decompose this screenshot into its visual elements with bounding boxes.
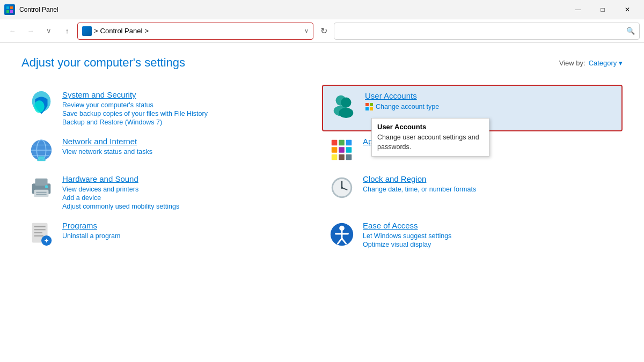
svg-rect-28 [339, 154, 345, 160]
hardware-sound-links: View devices and printers Add a device A… [62, 186, 316, 210]
forward-button[interactable]: → [23, 23, 39, 39]
svg-rect-34 [36, 194, 46, 195]
title-bar: Control Panel — □ ✕ [0, 0, 644, 19]
view-by-control: View by: Category ▾ [559, 59, 623, 67]
maximize-button[interactable]: □ [590, 0, 615, 19]
svg-rect-43 [34, 229, 46, 230]
mobility-settings-link[interactable]: Adjust commonly used mobility settings [62, 203, 316, 210]
date-time-link[interactable]: Change date, time, or number formats [363, 186, 616, 193]
clock-region-links: Change date, time, or number formats [363, 186, 616, 193]
category-clock-region: Clock and Region Change date, time, or n… [322, 169, 623, 216]
svg-rect-22 [339, 140, 345, 146]
backup-restore-link[interactable]: Backup and Restore (Windows 7) [62, 119, 316, 126]
category-hardware-sound: Hardware and Sound View devices and prin… [21, 169, 322, 216]
clock-region-icon [328, 174, 355, 201]
address-prefix: > [94, 27, 98, 35]
svg-rect-32 [34, 190, 49, 197]
ease-access-links: Let Windows suggest settings Optimize vi… [363, 232, 616, 248]
svg-point-8 [341, 98, 351, 108]
svg-rect-31 [35, 179, 47, 186]
network-internet-links: View network status and tasks [62, 148, 316, 156]
tooltip-box: User Accounts Change user account settin… [371, 118, 489, 157]
optimize-visual-link[interactable]: Optimize visual display [363, 241, 616, 248]
svg-rect-21 [332, 140, 338, 146]
search-box[interactable]: 🔍 [334, 23, 640, 40]
app-icon [4, 4, 15, 15]
address-icon [82, 26, 92, 36]
system-security-links: Review your computer's status Save backu… [62, 101, 316, 126]
categories-grid: System and Security Review your computer… [21, 85, 623, 254]
search-icon: 🔍 [626, 27, 635, 35]
system-security-title[interactable]: System and Security [62, 90, 316, 99]
user-accounts-links: Change account type [365, 102, 615, 111]
add-device-link[interactable]: Add a device [62, 194, 316, 202]
programs-content: Programs Uninstall a program [62, 221, 316, 240]
window-controls: — □ ✕ [566, 0, 640, 19]
svg-point-9 [339, 108, 353, 118]
network-internet-content: Network and Internet View network status… [62, 137, 316, 156]
svg-rect-2 [6, 10, 9, 13]
svg-rect-13 [370, 107, 373, 110]
network-internet-title[interactable]: Network and Internet [62, 137, 316, 146]
window-title: Control Panel [19, 6, 566, 13]
up-button[interactable]: ↑ [59, 23, 75, 39]
change-account-type-link[interactable]: Change account type [376, 103, 439, 110]
address-suffix: > [144, 27, 149, 35]
svg-rect-44 [34, 232, 42, 233]
system-security-icon [28, 90, 55, 117]
system-security-content: System and Security Review your computer… [62, 90, 316, 126]
view-by-value[interactable]: Category ▾ [589, 59, 623, 67]
main-content: Adjust your computer's settings View by:… [0, 43, 644, 362]
close-button[interactable]: ✕ [615, 0, 640, 19]
category-programs: + Programs Uninstall a program [21, 216, 322, 254]
address-path: Control Panel [100, 27, 143, 35]
svg-rect-24 [332, 147, 338, 153]
svg-rect-3 [10, 10, 13, 13]
address-bar: ← → ∨ ↑ > Control Panel > ∨ ↻ 🔍 [0, 19, 644, 43]
svg-rect-20 [37, 159, 45, 161]
network-status-link[interactable]: View network status and tasks [62, 148, 316, 156]
page-header: Adjust your computer's settings View by:… [21, 56, 623, 70]
ease-access-icon [328, 221, 355, 248]
uninstall-program-link[interactable]: Uninstall a program [62, 232, 316, 240]
minimize-button[interactable]: — [566, 0, 590, 19]
devices-printers-link[interactable]: View devices and printers [62, 186, 316, 193]
programs-title[interactable]: Programs [62, 221, 316, 230]
view-by-label: View by: [559, 59, 586, 67]
page-title: Adjust your computer's settings [21, 56, 185, 70]
svg-rect-29 [346, 154, 352, 160]
svg-rect-10 [365, 103, 369, 106]
hardware-sound-title[interactable]: Hardware and Sound [62, 174, 316, 183]
ease-access-title[interactable]: Ease of Access [363, 221, 616, 230]
user-accounts-icon [330, 91, 357, 119]
svg-rect-1 [10, 6, 13, 9]
clock-region-content: Clock and Region Change date, time, or n… [363, 174, 616, 193]
file-history-link[interactable]: Save backup copies of your files with Fi… [62, 110, 316, 117]
address-dropdown-icon[interactable]: ∨ [304, 27, 309, 34]
svg-point-49 [339, 226, 345, 231]
svg-rect-27 [332, 154, 338, 160]
windows-suggest-link[interactable]: Let Windows suggest settings [363, 232, 616, 240]
dropdown-button[interactable]: ∨ [41, 23, 57, 39]
back-button[interactable]: ← [4, 23, 20, 39]
category-ease-access: Ease of Access Let Windows suggest setti… [322, 216, 623, 254]
svg-rect-19 [38, 157, 45, 160]
programs-links: Uninstall a program [62, 232, 316, 240]
refresh-button[interactable]: ↻ [316, 23, 332, 39]
svg-point-35 [45, 185, 48, 188]
svg-text:+: + [45, 237, 49, 245]
system-status-link[interactable]: Review your computer's status [62, 101, 316, 109]
address-box[interactable]: > Control Panel > ∨ [77, 23, 313, 40]
clock-region-title[interactable]: Clock and Region [363, 174, 616, 183]
svg-rect-23 [346, 140, 352, 146]
search-input[interactable] [339, 27, 624, 35]
hardware-sound-icon [28, 174, 55, 201]
svg-rect-25 [339, 147, 345, 153]
svg-rect-42 [34, 226, 46, 227]
hardware-sound-content: Hardware and Sound View devices and prin… [62, 174, 316, 210]
user-accounts-title[interactable]: User Accounts [365, 91, 615, 100]
svg-point-5 [34, 100, 45, 113]
category-user-accounts: User Accounts Change account type [322, 85, 623, 131]
category-network-internet: Network and Internet View network status… [21, 131, 322, 169]
ease-access-content: Ease of Access Let Windows suggest setti… [363, 221, 616, 248]
